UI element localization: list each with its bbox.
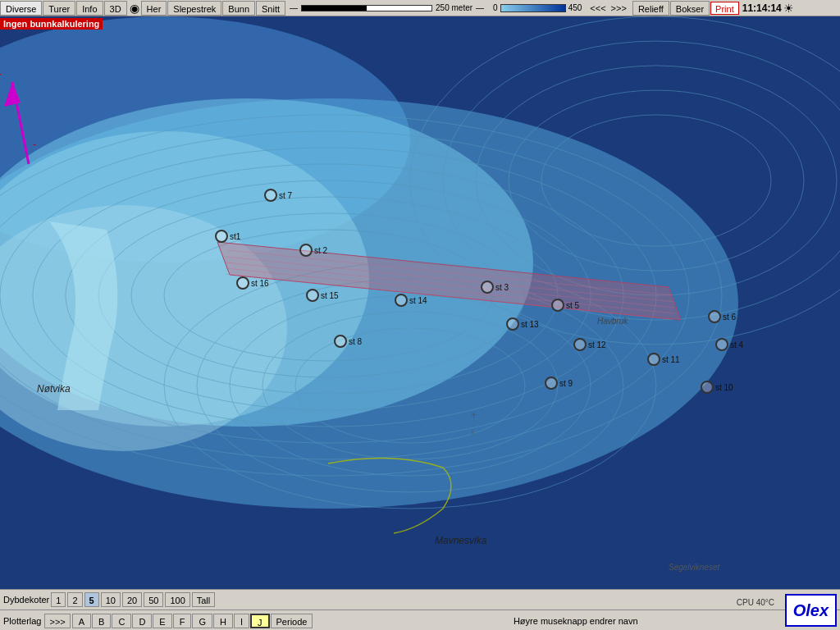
letter-btn-I[interactable]: I xyxy=(234,614,249,628)
plotterlag-row: Plotterlag >>> A B C D E F G H I J Perio… xyxy=(0,610,840,630)
svg-text:st 9: st 9 xyxy=(559,379,573,388)
station-st7[interactable]: st 7 xyxy=(265,189,293,201)
letter-btn-H[interactable]: H xyxy=(213,614,233,628)
svg-point-36 xyxy=(552,299,564,311)
depth-btn-10[interactable]: 10 xyxy=(101,592,121,607)
place-mavnesvika: Mavnesvika xyxy=(435,535,487,546)
svg-text:st 2: st 2 xyxy=(314,246,328,255)
letter-btn-C[interactable]: C xyxy=(112,614,131,628)
letter-btn-A[interactable]: A xyxy=(72,614,91,628)
station-st12[interactable]: st 12 xyxy=(574,339,606,350)
scale-bar-area: — 250 meter — xyxy=(290,3,484,12)
svg-text:st 15: st 15 xyxy=(321,291,339,300)
plotter-arrow-btn[interactable]: >>> xyxy=(44,614,70,628)
svg-point-34 xyxy=(716,339,728,350)
station-st13[interactable]: st 13 xyxy=(507,318,539,330)
print-button[interactable]: Print xyxy=(710,2,739,15)
depth-btn-tall[interactable]: Tall xyxy=(192,592,216,607)
svg-point-48 xyxy=(648,354,660,365)
toolbar-btn-relieff[interactable]: Relieff xyxy=(632,1,669,16)
scale-bar-line: — xyxy=(290,3,298,12)
toolbar-btn-slepestrek[interactable]: Slepestrek xyxy=(167,1,221,16)
clock-icon: ☀ xyxy=(783,2,794,15)
svg-point-42 xyxy=(335,336,346,347)
dybdekoter-row: Dybdekoter 1 2 5 10 20 50 100 Tall xyxy=(0,590,840,610)
depth-max-label: 450 xyxy=(568,3,582,12)
letter-btn-J[interactable]: J xyxy=(250,614,270,628)
letter-btn-E[interactable]: E xyxy=(153,614,171,628)
depth-btn-1[interactable]: 1 xyxy=(51,592,66,607)
station-st4[interactable]: st 4 xyxy=(716,339,744,350)
depth-btn-100[interactable]: 100 xyxy=(165,592,189,607)
bottom-bar: Dybdekoter 1 2 5 10 20 50 100 Tall Plott… xyxy=(0,589,840,630)
svg-text:st 14: st 14 xyxy=(409,296,427,305)
letter-btn-B[interactable]: B xyxy=(92,614,111,628)
svg-point-50 xyxy=(574,339,586,350)
cpu-label: CPU 40°C xyxy=(737,598,774,607)
svg-text:st 13: st 13 xyxy=(521,320,539,329)
nav-arrows: <<< >>> xyxy=(587,3,629,13)
station-st15[interactable]: st 15 xyxy=(307,290,339,301)
depth-bar-area: 0 450 xyxy=(491,3,584,12)
svg-point-56 xyxy=(307,290,318,301)
scale-text: 250 meter xyxy=(436,3,472,12)
i-marker: i xyxy=(472,428,473,436)
toolbar-btn-info[interactable]: Info xyxy=(76,1,103,16)
alert-banner: Ingen bunnkalkulering xyxy=(0,18,103,30)
station-st6[interactable]: st 6 xyxy=(709,311,737,322)
toolbar-btn-diverse[interactable]: Diverse xyxy=(0,1,42,16)
map-svg: + i - - st1 st 2 st 3 st 4 xyxy=(0,16,840,589)
station-st8[interactable]: st 8 xyxy=(335,336,363,347)
depth-btn-50[interactable]: 50 xyxy=(144,592,163,607)
station-st3[interactable]: st 3 xyxy=(482,281,509,293)
radio-icon: ◉ xyxy=(130,2,139,15)
toolbar-btn-snitt[interactable]: Snitt xyxy=(256,1,285,16)
svg-text:st 7: st 7 xyxy=(279,191,293,200)
depth-min-label: 0 xyxy=(493,3,498,12)
letter-btn-G[interactable]: G xyxy=(192,614,212,628)
toolbar-btn-bokser[interactable]: Bokser xyxy=(670,1,710,16)
svg-point-46 xyxy=(701,381,713,393)
svg-point-58 xyxy=(237,277,249,289)
nav-left-btn[interactable]: <<< xyxy=(587,3,608,13)
station-st11[interactable]: st 11 xyxy=(648,354,680,365)
station-st5[interactable]: st 5 xyxy=(552,299,580,311)
station-st14[interactable]: st 14 xyxy=(395,294,427,306)
plus-marker: + xyxy=(471,409,477,421)
scale-line-right: — xyxy=(476,3,484,12)
station-st2[interactable]: st 2 xyxy=(300,244,328,256)
scale-bar xyxy=(301,5,432,11)
svg-point-38 xyxy=(709,311,720,322)
svg-text:st 8: st 8 xyxy=(349,337,363,346)
depth-btn-2[interactable]: 2 xyxy=(67,592,82,607)
svg-text:st 12: st 12 xyxy=(588,340,606,349)
letter-btn-F[interactable]: F xyxy=(173,614,192,628)
svg-point-40 xyxy=(265,189,276,201)
nav-right-btn[interactable]: >>> xyxy=(609,3,629,13)
station-st16[interactable]: st 16 xyxy=(237,277,269,289)
svg-point-54 xyxy=(395,294,407,306)
hoyre-label: Høyre museknapp endrer navn xyxy=(314,616,837,626)
plotterlag-label: Plotterlag xyxy=(3,616,41,626)
svg-point-28 xyxy=(216,231,227,242)
map-canvas[interactable]: + i - - st1 st 2 st 3 st 4 xyxy=(0,16,840,589)
dybdekoter-label: Dybdekoter xyxy=(3,595,49,605)
toolbar-btn-3d[interactable]: 3D xyxy=(104,1,127,16)
station-st9[interactable]: st 9 xyxy=(546,377,573,389)
depth-btn-5[interactable]: 5 xyxy=(84,592,99,607)
toolbar-btn-her[interactable]: Her xyxy=(141,1,167,16)
svg-text:st 6: st 6 xyxy=(723,313,737,322)
svg-text:st1: st1 xyxy=(230,232,241,241)
letter-btn-D[interactable]: D xyxy=(132,614,152,628)
svg-point-52 xyxy=(507,318,518,330)
toolbar-btn-bunn[interactable]: Bunn xyxy=(222,1,255,16)
svg-text:st 11: st 11 xyxy=(662,355,680,364)
periode-btn[interactable]: Periode xyxy=(271,614,313,628)
station-st10[interactable]: st 10 xyxy=(701,381,733,393)
toolbar-btn-turer[interactable]: Turer xyxy=(43,1,75,16)
place-havbruk: Havbruk xyxy=(597,317,628,326)
depth-btn-20[interactable]: 20 xyxy=(122,592,142,607)
svg-text:-: - xyxy=(33,139,36,150)
svg-point-44 xyxy=(546,377,557,389)
toolbar: Diverse Turer Info 3D ◉ Her Slepestrek B… xyxy=(0,0,840,16)
